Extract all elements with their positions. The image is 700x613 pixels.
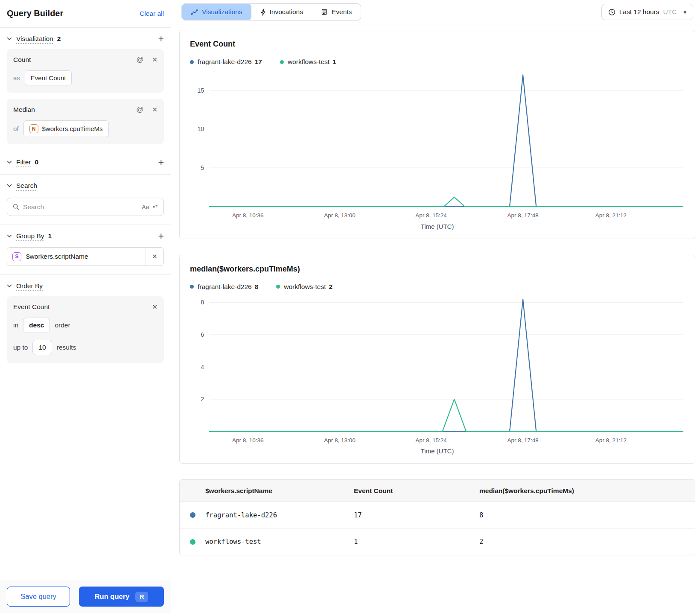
cell-script-name: workflows-test	[205, 538, 354, 546]
column-script-name: $workers.scriptName	[205, 487, 354, 495]
legend-item[interactable]: fragrant-lake-d226 8	[190, 283, 258, 291]
median-visualization-card: Median @ ✕ of N $workers.cpuTimeMs	[7, 99, 164, 144]
search-input[interactable]	[23, 203, 138, 211]
at-icon[interactable]: @	[136, 55, 143, 64]
order-by-card: Event Count ✕ in desc order up to 10 res…	[7, 296, 164, 363]
chevron-down-icon[interactable]	[7, 184, 12, 187]
case-sensitive-icon[interactable]: Aa	[142, 204, 149, 210]
run-query-label: Run query	[95, 593, 130, 601]
visualization-section: Visualization 2 + Count @ ✕ as Event Cou…	[0, 28, 171, 151]
cell-median: 2	[479, 538, 695, 546]
chevron-down-icon[interactable]	[7, 284, 12, 288]
series-dot	[190, 539, 195, 545]
cell-event-count: 1	[354, 538, 479, 546]
clock-icon	[608, 9, 615, 16]
remove-group-by-button[interactable]: ✕	[146, 253, 163, 260]
median-card-title: Median	[13, 106, 35, 114]
time-range-selector[interactable]: Last 12 hours UTC ▾	[601, 4, 693, 20]
add-visualization-button[interactable]: +	[158, 35, 164, 42]
main-content: Event Count fragrant-lake-d226 17 workfl…	[171, 24, 700, 613]
x-axis-label: Time (UTC)	[190, 447, 685, 456]
add-filter-button[interactable]: +	[158, 159, 164, 166]
string-type-icon: S	[12, 252, 21, 261]
tab-visualizations[interactable]: Visualizations	[182, 4, 251, 20]
tab-invocations[interactable]: Invocations	[251, 4, 312, 20]
median-chart-card: median($workers.cpuTimeMs) fragrant-lake…	[179, 255, 695, 464]
tab-events-label: Events	[332, 8, 352, 16]
at-icon[interactable]: @	[136, 105, 143, 114]
limit-chip[interactable]: 10	[32, 340, 52, 355]
run-query-button[interactable]: Run query R	[79, 587, 164, 607]
search-box: Aa ▪*	[7, 198, 164, 216]
svg-text:Apr 8, 13:00: Apr 8, 13:00	[324, 212, 355, 219]
svg-text:Apr 8, 13:00: Apr 8, 13:00	[324, 437, 355, 443]
event-count-alias-chip[interactable]: Event Count	[25, 70, 72, 85]
clear-all-link[interactable]: Clear all	[140, 10, 164, 18]
chart-legend: fragrant-lake-d226 8 workflows-test 2	[190, 283, 685, 291]
legend-value: 2	[329, 283, 332, 291]
cell-event-count: 17	[354, 511, 479, 519]
legend-item[interactable]: workflows-test 2	[276, 283, 332, 291]
visualization-section-header: Visualization 2 +	[7, 28, 164, 49]
svg-text:Apr 8, 17:48: Apr 8, 17:48	[507, 437, 538, 443]
sidebar-header: Query Builder Clear all	[0, 0, 171, 28]
order-by-section: Order By Event Count ✕ in desc order up …	[0, 275, 171, 363]
close-icon[interactable]: ✕	[152, 106, 158, 114]
view-tabs: Visualizations Invocations Events	[181, 3, 361, 20]
close-icon[interactable]: ✕	[152, 303, 158, 311]
tab-visualizations-label: Visualizations	[202, 8, 242, 16]
group-by-field-value: $workers.scriptName	[26, 253, 88, 260]
table-header: $workers.scriptName Event Count median($…	[180, 480, 695, 502]
column-median: median($workers.cpuTimeMs)	[479, 487, 695, 495]
svg-text:6: 6	[201, 331, 204, 338]
up-to-label: up to	[13, 344, 28, 351]
filter-label: Filter	[16, 158, 31, 166]
as-label: as	[13, 74, 20, 82]
legend-name: workflows-test	[284, 283, 326, 291]
tab-invocations-label: Invocations	[270, 8, 303, 16]
group-by-count: 1	[48, 232, 52, 240]
query-builder-sidebar: Query Builder Clear all Visualization 2 …	[0, 0, 171, 613]
sort-direction-chip[interactable]: desc	[23, 318, 50, 333]
svg-text:8: 8	[201, 299, 204, 306]
run-shortcut-badge: R	[135, 592, 148, 602]
count-visualization-card: Count @ ✕ as Event Count	[7, 49, 164, 93]
chevron-down-icon[interactable]	[7, 37, 12, 41]
series-dot	[276, 285, 280, 289]
legend-item[interactable]: workflows-test 1	[280, 58, 336, 66]
in-label: in	[13, 321, 18, 329]
series-dot	[190, 512, 195, 518]
of-label: of	[13, 125, 19, 132]
event-count-chart: 51015Apr 8, 10:36Apr 8, 13:00Apr 8, 15:2…	[190, 70, 685, 222]
series-dot	[190, 285, 194, 289]
group-by-field-chip[interactable]: S $workers.scriptName ✕	[7, 247, 164, 266]
svg-text:Apr 8, 10:36: Apr 8, 10:36	[232, 212, 263, 219]
order-by-label: Order By	[16, 282, 43, 290]
svg-text:Apr 8, 21:12: Apr 8, 21:12	[595, 212, 627, 219]
svg-text:10: 10	[197, 126, 204, 132]
page-title: Query Builder	[7, 9, 63, 18]
close-icon[interactable]: ✕	[152, 56, 158, 64]
results-label: results	[57, 344, 76, 351]
legend-value: 8	[255, 283, 259, 291]
legend-item[interactable]: fragrant-lake-d226 17	[190, 58, 262, 66]
group-by-section: Group By 1 + S $workers.scriptName ✕	[0, 225, 171, 275]
search-label: Search	[16, 182, 37, 190]
add-group-by-button[interactable]: +	[158, 233, 164, 239]
save-query-button[interactable]: Save query	[7, 587, 70, 607]
median-field-value: $workers.cpuTimeMs	[42, 125, 103, 132]
svg-text:Apr 8, 15:24: Apr 8, 15:24	[415, 212, 447, 219]
results-table: $workers.scriptName Event Count median($…	[179, 479, 695, 555]
tab-events[interactable]: Events	[312, 4, 361, 20]
sidebar-footer: Save query Run query R	[0, 580, 171, 613]
chevron-down-icon[interactable]	[7, 234, 12, 238]
visualization-label: Visualization	[16, 35, 53, 43]
main-panel: Visualizations Invocations Events Last 1…	[171, 0, 700, 613]
time-range-label: Last 12 hours	[619, 8, 659, 16]
legend-value: 17	[255, 58, 262, 66]
regex-icon[interactable]: ▪*	[153, 204, 158, 210]
chart-legend: fragrant-lake-d226 17 workflows-test 1	[190, 58, 685, 66]
x-axis-label: Time (UTC)	[190, 222, 685, 232]
median-field-chip[interactable]: N $workers.cpuTimeMs	[23, 120, 109, 137]
chevron-down-icon[interactable]	[7, 161, 12, 164]
